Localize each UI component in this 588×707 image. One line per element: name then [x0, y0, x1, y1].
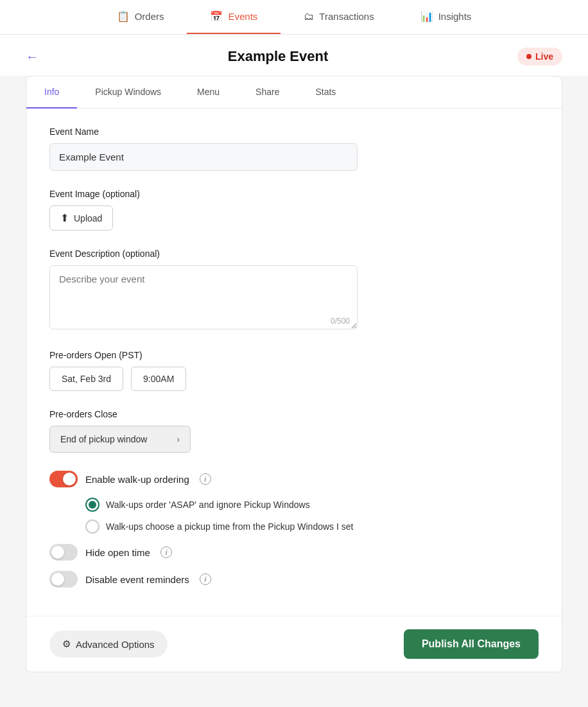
- tab-stats[interactable]: Stats: [297, 76, 354, 109]
- nav-transactions-label: Transactions: [319, 11, 374, 22]
- insights-icon: 📊: [420, 10, 433, 22]
- tab-menu[interactable]: Menu: [179, 76, 238, 109]
- time-value: 9:00AM: [143, 374, 174, 384]
- preorders-open-label: Pre-orders Open (PST): [49, 350, 539, 360]
- nav-events[interactable]: 📅 Events: [187, 0, 281, 34]
- event-description-label: Event Description (optional): [49, 249, 539, 259]
- datetime-row: Sat, Feb 3rd 9:00AM: [49, 367, 539, 391]
- events-icon: 📅: [210, 10, 223, 22]
- radio-asap-row[interactable]: Walk-ups order 'ASAP' and ignore Pickup …: [85, 498, 539, 512]
- time-button[interactable]: 9:00AM: [131, 367, 186, 391]
- page-header: ← Example Event Live: [0, 35, 588, 76]
- disable-reminders-info-icon[interactable]: i: [200, 573, 211, 585]
- event-description-group: Event Description (optional) 0/500: [49, 249, 539, 332]
- live-dot: [526, 54, 532, 59]
- tab-pickup-windows[interactable]: Pickup Windows: [77, 76, 179, 109]
- hide-open-time-slider: [49, 544, 78, 561]
- disable-reminders-label: Disable event reminders: [85, 574, 189, 585]
- disable-reminders-slider: [49, 571, 78, 588]
- publish-label: Publish All Changes: [422, 638, 521, 649]
- transactions-icon: 🗂: [304, 11, 314, 22]
- nav-insights[interactable]: 📊 Insights: [397, 0, 495, 34]
- date-value: Sat, Feb 3rd: [62, 374, 111, 384]
- tab-share[interactable]: Share: [238, 76, 297, 109]
- walkup-label: Enable walk-up ordering: [85, 474, 189, 485]
- advanced-options-button[interactable]: ⚙ Advanced Options: [49, 631, 168, 658]
- gear-icon: ⚙: [62, 638, 71, 650]
- back-button[interactable]: ←: [26, 49, 39, 64]
- publish-button[interactable]: Publish All Changes: [404, 629, 539, 659]
- upload-icon: ⬆: [60, 212, 69, 224]
- upload-label: Upload: [74, 213, 102, 223]
- event-name-label: Event Name: [49, 127, 539, 137]
- textarea-wrapper: 0/500: [49, 265, 358, 332]
- char-count: 0/500: [331, 317, 350, 326]
- event-name-group: Event Name: [49, 127, 539, 171]
- nav-transactions[interactable]: 🗂 Transactions: [281, 0, 397, 34]
- radio-choose-label: Walk-ups choose a pickup time from the P…: [106, 521, 353, 532]
- event-image-group: Event Image (optional) ⬆ Upload: [49, 189, 539, 231]
- main-card: Info Pickup Windows Menu Share Stats Eve…: [26, 76, 562, 672]
- hide-open-time-info-icon[interactable]: i: [160, 546, 172, 558]
- advanced-label: Advanced Options: [76, 639, 155, 650]
- radio-choose-outer: [85, 519, 99, 534]
- live-badge: Live: [517, 48, 562, 65]
- event-name-input[interactable]: [49, 143, 358, 171]
- nav-events-label: Events: [228, 11, 257, 22]
- pickup-window-label: End of pickup window: [60, 434, 147, 444]
- hide-open-time-toggle[interactable]: [49, 544, 78, 561]
- radio-asap-outer: [85, 498, 99, 512]
- form-content: Event Name Event Image (optional) ⬆ Uplo…: [26, 109, 562, 616]
- walkup-info-icon[interactable]: i: [200, 473, 211, 485]
- radio-choose-row[interactable]: Walk-ups choose a pickup time from the P…: [85, 519, 539, 534]
- radio-asap-label: Walk-ups order 'ASAP' and ignore Pickup …: [106, 500, 310, 510]
- nav-orders-label: Orders: [135, 11, 164, 22]
- tab-info[interactable]: Info: [26, 76, 77, 109]
- nav-insights-label: Insights: [438, 11, 472, 22]
- nav-orders[interactable]: 📋 Orders: [94, 0, 187, 34]
- live-label: Live: [535, 51, 553, 62]
- event-image-label: Event Image (optional): [49, 189, 539, 199]
- radio-asap-inner: [89, 501, 96, 509]
- preorders-open-group: Pre-orders Open (PST) Sat, Feb 3rd 9:00A…: [49, 350, 539, 391]
- preorders-close-group: Pre-orders Close End of pickup window ›: [49, 409, 539, 453]
- orders-icon: 📋: [117, 10, 130, 22]
- page-title: Example Event: [228, 48, 329, 65]
- disable-reminders-toggle[interactable]: [49, 571, 78, 588]
- upload-button[interactable]: ⬆ Upload: [49, 205, 113, 231]
- date-button[interactable]: Sat, Feb 3rd: [49, 367, 123, 391]
- chevron-right-icon: ›: [177, 434, 180, 444]
- preorders-close-label: Pre-orders Close: [49, 409, 539, 419]
- disable-reminders-row: Disable event reminders i: [49, 571, 539, 588]
- pickup-window-button[interactable]: End of pickup window ›: [49, 426, 191, 453]
- walkup-toggle[interactable]: [49, 471, 78, 487]
- walkup-toggle-slider: [49, 471, 78, 487]
- radio-options: Walk-ups order 'ASAP' and ignore Pickup …: [85, 498, 539, 534]
- walkup-toggle-row: Enable walk-up ordering i: [49, 471, 539, 487]
- top-nav: 📋 Orders 📅 Events 🗂 Transactions 📊 Insig…: [0, 0, 588, 35]
- event-description-input[interactable]: [49, 265, 358, 329]
- bottom-bar: ⚙ Advanced Options Publish All Changes: [26, 616, 562, 672]
- hide-open-time-label: Hide open time: [85, 547, 150, 558]
- tabs: Info Pickup Windows Menu Share Stats: [26, 76, 562, 109]
- hide-open-time-row: Hide open time i: [49, 544, 539, 561]
